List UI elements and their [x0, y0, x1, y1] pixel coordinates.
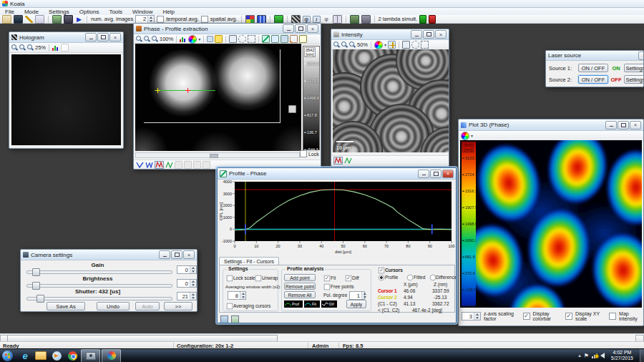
- close-button[interactable]: ×: [630, 121, 641, 129]
- profile-shape-n-icon[interactable]: [344, 157, 352, 164]
- close-button[interactable]: ×: [109, 33, 121, 41]
- remove-point-button[interactable]: Remove point: [284, 283, 316, 290]
- intensity-titlebar[interactable]: Intensity ×: [331, 29, 449, 40]
- temporal-avg-checkbox[interactable]: [157, 16, 164, 23]
- profile-line-tool-icon[interactable]: [262, 35, 270, 43]
- wand-icon[interactable]: [25, 16, 33, 23]
- split-view-icon[interactable]: [333, 15, 342, 24]
- phase-hscrollbar[interactable]: [135, 152, 300, 158]
- laser-titlebar[interactable]: Laser source ×: [546, 51, 643, 61]
- avg-window-spinner[interactable]: 8: [228, 291, 246, 300]
- file-explorer-icon[interactable]: [33, 350, 49, 362]
- lasso-icon[interactable]: [411, 41, 419, 49]
- action-center-flag-icon[interactable]: ⚑: [584, 353, 589, 359]
- radio-fitted[interactable]: [407, 275, 414, 281]
- pol-degree-spinner[interactable]: 1: [349, 291, 365, 300]
- phase-image[interactable]: [135, 44, 301, 151]
- averaging-cursors-checkbox[interactable]: [227, 303, 233, 310]
- display-xy-checkbox[interactable]: ✓: [565, 313, 572, 320]
- menu-options[interactable]: Options: [74, 9, 104, 15]
- unwrap-checkbox[interactable]: [255, 275, 262, 282]
- profile-shape-v-icon[interactable]: [136, 162, 144, 168]
- menu-settings[interactable]: Settings: [44, 9, 74, 15]
- maximize-button[interactable]: [430, 170, 441, 178]
- colormap-icon[interactable]: [374, 41, 383, 49]
- intensity-view-icon[interactable]: I: [313, 16, 321, 23]
- image-tool-badge[interactable]: [288, 105, 296, 113]
- camera-color-icon[interactable]: [52, 15, 62, 24]
- profile-shape-n-icon[interactable]: [165, 162, 173, 168]
- colormap-icon[interactable]: [188, 35, 197, 44]
- diff-checkbox[interactable]: ✓: [346, 275, 352, 282]
- histogram-icon[interactable]: [52, 44, 59, 51]
- num-avg-spinner[interactable]: 2: [135, 15, 155, 24]
- minimize-button[interactable]: [605, 121, 617, 129]
- copy-icon[interactable]: [220, 315, 228, 323]
- play-icon[interactable]: ▶: [75, 16, 83, 23]
- brightness-spinner[interactable]: 0: [177, 279, 197, 288]
- source2-onoff-button[interactable]: ON / OFF: [578, 75, 608, 84]
- close-button[interactable]: ×: [183, 250, 195, 259]
- internet-explorer-icon[interactable]: e: [17, 350, 33, 362]
- rect-select-icon[interactable]: [421, 41, 429, 49]
- tray-expand-icon[interactable]: ▴: [578, 353, 581, 358]
- histogram-icon[interactable]: [180, 36, 187, 42]
- plot3d-canvas[interactable]: 3542[nm] 3133.32724.72316.11907.51498.91…: [460, 140, 642, 308]
- close-button[interactable]: ×: [307, 24, 318, 33]
- maximize-button[interactable]: [171, 250, 182, 259]
- volume-icon[interactable]: [600, 353, 605, 358]
- taskbar-camera-app-button[interactable]: [81, 349, 100, 362]
- shutter-slider[interactable]: [26, 295, 172, 301]
- show-desktop-button[interactable]: [640, 349, 644, 362]
- lock-scale-checkbox[interactable]: [227, 275, 233, 282]
- profile-shape-w-icon[interactable]: [145, 162, 153, 168]
- open-icon[interactable]: [2, 15, 11, 24]
- remove-all-button[interactable]: Remove All: [284, 291, 316, 298]
- more-button[interactable]: >>: [164, 302, 192, 310]
- profile-shape-m-icon[interactable]: [333, 157, 343, 165]
- zoom-out-icon[interactable]: [19, 44, 26, 51]
- swap-axes-icon[interactable]: [402, 41, 410, 49]
- profile-circle-tool-icon[interactable]: [271, 35, 279, 43]
- profile-chart[interactable]: -100001000200030004000010203040506070809…: [218, 180, 457, 255]
- cursor-cross-icon[interactable]: [388, 41, 396, 49]
- source1-onoff-button[interactable]: ON / OFF: [578, 64, 608, 72]
- minimize-button[interactable]: [418, 170, 429, 178]
- screen-icon[interactable]: [350, 15, 359, 24]
- z-scale-spinner[interactable]: 3: [462, 312, 481, 321]
- source2-settings-button[interactable]: Settings: [624, 75, 644, 84]
- blue-grid-icon[interactable]: [257, 15, 266, 24]
- zoom-fit-icon[interactable]: [152, 36, 158, 42]
- cursors-checkbox[interactable]: ✓: [379, 268, 385, 274]
- blank-tool-icon[interactable]: [61, 44, 69, 52]
- spatial-avg-checkbox[interactable]: [201, 16, 208, 23]
- colormap-dropdown-icon[interactable]: ▾: [471, 133, 473, 138]
- minimize-button[interactable]: [283, 24, 294, 33]
- hologram-pattern-icon[interactable]: [291, 15, 301, 24]
- radio-profile[interactable]: [379, 275, 385, 281]
- pan-tool-icon[interactable]: [207, 36, 213, 42]
- extract-tool-icon[interactable]: [299, 35, 307, 43]
- lambda1-indicator[interactable]: [419, 15, 426, 24]
- minimize-button[interactable]: [159, 250, 170, 259]
- zoom-fit-icon[interactable]: [27, 44, 34, 51]
- free-points-checkbox[interactable]: [324, 284, 331, 290]
- auto-button[interactable]: Auto: [135, 302, 160, 310]
- shutter-spinner[interactable]: 21: [177, 292, 197, 300]
- display-colorbar-checkbox[interactable]: ✓: [523, 313, 530, 320]
- close-button[interactable]: ×: [638, 52, 644, 60]
- home-icon[interactable]: [35, 15, 44, 24]
- profile-shape-m-icon[interactable]: [155, 161, 164, 169]
- menu-help[interactable]: Help: [158, 9, 180, 15]
- zoom-in-icon[interactable]: [11, 44, 18, 51]
- zoom-out-icon[interactable]: [341, 41, 348, 48]
- intensity-image[interactable]: 10 µm: [333, 49, 449, 152]
- fit-checkbox[interactable]: ✓: [324, 275, 331, 282]
- menu-tools[interactable]: Tools: [104, 9, 127, 15]
- mdi-horizontal-scrollbar[interactable]: [0, 333, 644, 341]
- camera-dark-icon[interactable]: [64, 15, 73, 24]
- add-point-button[interactable]: Add point: [284, 274, 316, 281]
- zoom-out-icon[interactable]: [144, 36, 150, 42]
- map-intensity-checkbox[interactable]: [609, 313, 616, 320]
- cursor2-marker[interactable]: [155, 88, 160, 93]
